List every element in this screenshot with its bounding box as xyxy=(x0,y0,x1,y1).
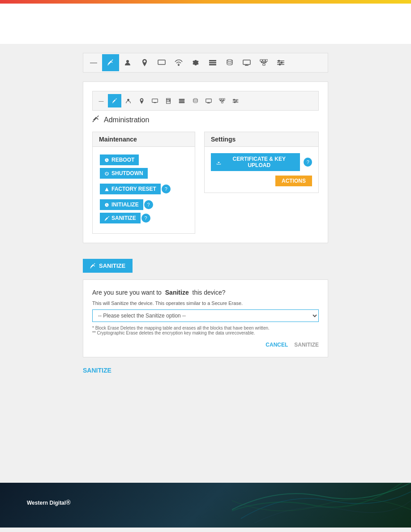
nav-btn-sliders-2[interactable] xyxy=(229,94,242,107)
factory-reset-button[interactable]: FACTORY RESET xyxy=(100,184,161,194)
footer-decoration xyxy=(232,483,411,528)
nav-btn-database-1[interactable] xyxy=(221,54,238,71)
nav-btn-wifi-1[interactable] xyxy=(170,54,187,71)
brand-name: Western Digital xyxy=(27,500,66,506)
sanitize-label-text: SANITIZE xyxy=(83,367,111,374)
svg-point-1 xyxy=(126,60,129,63)
cert-help-button[interactable]: ? xyxy=(304,158,312,167)
sanitize-card-button[interactable]: SANITIZE xyxy=(100,213,141,223)
brand-logo: Western Digital® xyxy=(27,498,70,512)
nav-btn-person-1[interactable] xyxy=(119,54,136,71)
confirm-description: This will Sanitize the device. This oper… xyxy=(92,300,319,306)
nav-btn-location-1[interactable] xyxy=(136,54,153,71)
svg-point-16 xyxy=(278,60,280,62)
svg-rect-31 xyxy=(223,99,225,100)
maintenance-header: Maintenance xyxy=(93,132,195,147)
two-column-layout: Maintenance REBOOT SHUTDOWN xyxy=(92,132,319,234)
svg-point-7 xyxy=(227,60,232,61)
svg-rect-24 xyxy=(179,99,184,99)
svg-point-18 xyxy=(279,64,281,65)
nav-btn-network-1[interactable] xyxy=(255,54,272,71)
footnotes: * Block Erase Deletes the mapping table … xyxy=(92,326,319,335)
svg-rect-26 xyxy=(179,102,184,103)
svg-marker-40 xyxy=(105,187,108,191)
reboot-shutdown-row: REBOOT SHUTDOWN xyxy=(99,153,188,180)
footer: Western Digital® xyxy=(0,483,411,528)
svg-rect-20 xyxy=(152,99,158,102)
nav-btn-gear-1[interactable] xyxy=(187,54,204,71)
nav-btn-dash-2[interactable]: — xyxy=(94,94,108,107)
reboot-button[interactable]: REBOOT xyxy=(100,154,139,165)
svg-rect-29 xyxy=(219,99,221,100)
nav-btn-sliders-1[interactable] xyxy=(272,54,289,71)
sanitize-option-select[interactable]: -- Please select the Sanitize option -- xyxy=(92,309,319,322)
page-title-row: Administration xyxy=(92,115,319,125)
page-title: Administration xyxy=(104,116,149,124)
nav-btn-layers-1[interactable] xyxy=(204,54,221,71)
confirm-buttons-row: CANCEL SANITIZE xyxy=(92,342,319,348)
nav-btn-layers-2[interactable] xyxy=(175,94,188,107)
svg-rect-4 xyxy=(209,60,216,61)
initialize-help-button[interactable]: ? xyxy=(144,200,153,209)
svg-rect-9 xyxy=(260,60,262,61)
confirm-question: Are you sure you want to Sanitize this d… xyxy=(92,289,319,296)
maintenance-body: REBOOT SHUTDOWN FACTORY RESET xyxy=(93,147,195,233)
settings-header: Settings xyxy=(205,132,318,147)
cancel-button[interactable]: CANCEL xyxy=(265,342,288,348)
svg-rect-12 xyxy=(263,64,265,65)
svg-rect-10 xyxy=(263,60,265,61)
nav-btn-monitor-2[interactable] xyxy=(202,94,215,107)
confirm-sanitize-button[interactable]: SANITIZE xyxy=(294,342,319,348)
settings-body: CERTIFICATE & KEY UPLOAD ? ACTIONS xyxy=(205,147,318,193)
nav-btn-monitor-1[interactable] xyxy=(238,54,255,71)
nav-btn-print-2[interactable] xyxy=(162,94,175,107)
nav-btn-database-2[interactable] xyxy=(188,94,202,107)
svg-rect-30 xyxy=(221,99,223,100)
initialize-sanitize-row: INITIALIZE ? SANITIZE ? xyxy=(99,198,188,225)
cert-upload-button[interactable]: CERTIFICATE & KEY UPLOAD xyxy=(211,153,300,171)
settings-column: Settings CERTIFICATE & KEY UPLOAD ? ACTI… xyxy=(204,132,319,234)
nav-btn-location-2[interactable] xyxy=(135,94,148,107)
nav-btn-dash-1[interactable]: — xyxy=(85,54,102,71)
svg-point-23 xyxy=(170,100,170,101)
main-content: — xyxy=(0,44,411,483)
svg-rect-8 xyxy=(243,60,250,64)
nav-btn-wrench-1[interactable] xyxy=(102,54,119,71)
svg-rect-32 xyxy=(221,102,223,103)
sanitize-bottom-label: SANITIZE xyxy=(83,366,328,374)
top-gradient-bar xyxy=(0,0,411,4)
factory-reset-help-button[interactable]: ? xyxy=(162,184,171,193)
svg-rect-5 xyxy=(209,62,216,64)
svg-rect-22 xyxy=(167,98,171,99)
nav-btn-display-1[interactable] xyxy=(153,54,170,71)
svg-point-19 xyxy=(127,99,129,101)
settings-card: Settings CERTIFICATE & KEY UPLOAD ? ACTI… xyxy=(204,132,319,193)
nav-toolbar-secondary: — xyxy=(92,91,319,111)
nav-btn-display-2[interactable] xyxy=(148,94,162,107)
brand-trademark: ® xyxy=(66,499,70,506)
footnote-1: * Block Erase Deletes the mapping table … xyxy=(92,326,319,330)
nav-btn-network-2[interactable] xyxy=(215,94,229,107)
administration-icon xyxy=(92,115,100,125)
svg-rect-28 xyxy=(206,99,211,102)
nav-btn-wrench-2[interactable] xyxy=(108,94,121,107)
svg-point-38 xyxy=(234,102,235,103)
svg-point-3 xyxy=(178,65,179,66)
sanitize-standalone-button[interactable]: SANITIZE xyxy=(83,259,133,273)
sanitize-card-help-button[interactable]: ? xyxy=(141,214,150,223)
nav-toolbar-primary: — xyxy=(83,53,328,73)
maintenance-card: Maintenance REBOOT SHUTDOWN xyxy=(92,132,195,234)
sanitize-standalone-label: SANITIZE xyxy=(99,262,125,269)
svg-rect-21 xyxy=(167,101,171,103)
header-area xyxy=(0,4,411,44)
maintenance-column: Maintenance REBOOT SHUTDOWN xyxy=(92,132,195,234)
svg-point-37 xyxy=(235,100,236,101)
shutdown-button[interactable]: SHUTDOWN xyxy=(100,168,148,179)
confirm-dialog: Are you sure you want to Sanitize this d… xyxy=(83,279,328,357)
footnote-2: ** Cryptographic Erase deletes the encry… xyxy=(92,330,319,335)
factory-reset-row: FACTORY RESET ? xyxy=(99,182,188,196)
actions-button[interactable]: ACTIONS xyxy=(275,176,312,186)
svg-rect-11 xyxy=(265,60,268,61)
nav-btn-person-2[interactable] xyxy=(121,94,135,107)
initialize-button[interactable]: INITIALIZE xyxy=(100,199,143,210)
